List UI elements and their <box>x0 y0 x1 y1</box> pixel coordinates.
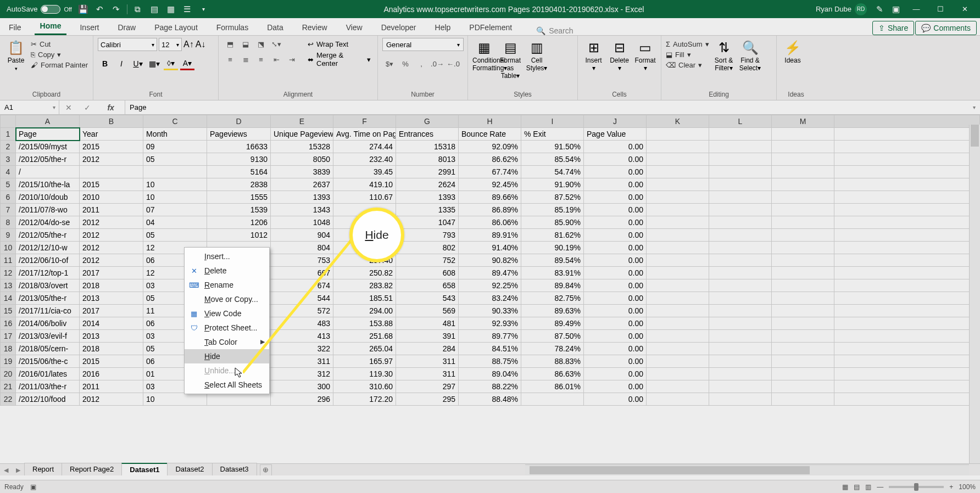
sheet-nav-prev-icon[interactable]: ◀ <box>0 465 12 475</box>
cell[interactable]: 572 <box>271 305 333 317</box>
cancel-formula-icon[interactable]: ✕ <box>65 103 72 112</box>
cell[interactable]: 67.74% <box>459 166 521 178</box>
cell[interactable] <box>709 141 772 153</box>
cell[interactable]: 2016 <box>80 368 143 380</box>
cell[interactable]: 1048 <box>271 216 333 229</box>
cell[interactable]: 0.00 <box>584 380 647 393</box>
cell[interactable]: 9130 <box>207 153 271 166</box>
cell[interactable]: 0.00 <box>584 292 647 305</box>
cell[interactable]: 78.24% <box>521 343 584 355</box>
cell[interactable]: 89.84% <box>521 279 584 292</box>
add-sheet-button[interactable]: ⊕ <box>260 464 272 475</box>
cell[interactable]: 85.90% <box>521 216 584 229</box>
col-header-J[interactable]: J <box>584 115 647 128</box>
cell[interactable] <box>772 254 834 267</box>
conditional-formatting-button[interactable]: ▦Conditional Formatting▾ <box>472 38 495 72</box>
share-button[interactable]: ⇪Share <box>872 21 914 35</box>
cell[interactable]: 185.51 <box>333 292 396 305</box>
redo-icon[interactable]: ↷ <box>108 1 125 18</box>
cell[interactable]: 2012 <box>80 254 143 267</box>
cell[interactable]: % Exit <box>521 128 584 141</box>
cell[interactable]: 85.19% <box>521 204 584 216</box>
number-format-select[interactable]: General▾ <box>382 38 464 51</box>
fill-color-button[interactable]: ◊▾ <box>164 57 178 70</box>
cell[interactable]: /2015/06/the-c <box>16 355 80 368</box>
cell[interactable]: 2637 <box>271 178 333 191</box>
sheet-tab-dataset3[interactable]: Dataset3 <box>212 463 257 475</box>
sheet-tab-report[interactable]: Report <box>24 463 62 475</box>
cell[interactable]: 753 <box>271 254 333 267</box>
cell[interactable]: /2018/05/cern- <box>16 343 80 355</box>
align-middle-icon[interactable]: ⬓ <box>238 38 253 50</box>
col-header-G[interactable]: G <box>396 115 459 128</box>
cell[interactable]: 153.88 <box>333 317 396 330</box>
horizontal-scrollbar[interactable] <box>525 464 969 475</box>
font-color-button[interactable]: A▾ <box>180 57 194 70</box>
zoom-in-icon[interactable]: + <box>949 483 953 491</box>
cell[interactable]: 86.63% <box>521 368 584 380</box>
cell[interactable]: 90.33% <box>459 305 521 317</box>
cell[interactable]: 86.06% <box>459 216 521 229</box>
col-header-E[interactable]: E <box>271 115 333 128</box>
wrap-text-button[interactable]: ↩Wrap Text <box>305 38 373 50</box>
underline-button[interactable]: U▾ <box>131 57 145 70</box>
cell[interactable]: 2018 <box>80 343 143 355</box>
sort-filter-button[interactable]: ⇅Sort & Filter▾ <box>712 38 736 72</box>
paste-button[interactable]: 📋Paste▾ <box>4 38 27 72</box>
qat-icon-3[interactable]: ▦ <box>163 1 179 18</box>
cell[interactable]: 88.22% <box>459 380 521 393</box>
spreadsheet-grid[interactable]: ABCDEFGHIJKLM1PageYearMonthPageviewsUniq… <box>0 115 980 463</box>
cell[interactable]: Month <box>143 128 207 141</box>
clear-button[interactable]: ⌫Clear ▾ <box>666 61 709 69</box>
cell[interactable]: 752 <box>396 254 459 267</box>
select-all[interactable] <box>1 115 16 128</box>
italic-button[interactable]: I <box>114 57 129 70</box>
cell[interactable]: 250.82 <box>333 267 396 279</box>
ribbon-display-icon[interactable]: ▣ <box>888 1 904 18</box>
cell[interactable]: 86.62% <box>459 153 521 166</box>
cell[interactable] <box>772 242 834 254</box>
cell[interactable]: /2012/05/the-r <box>16 153 80 166</box>
qat-icon-4[interactable]: ☰ <box>179 1 196 18</box>
row-header[interactable]: 16 <box>1 317 16 330</box>
currency-icon[interactable]: $▾ <box>382 58 397 70</box>
view-break-icon[interactable]: ▥ <box>865 483 871 491</box>
font-size-select[interactable]: 12▾ <box>159 38 182 51</box>
indent-dec-icon[interactable]: ⇤ <box>269 53 283 65</box>
cell[interactable] <box>772 368 834 380</box>
cell[interactable]: 1012 <box>207 229 271 242</box>
cell[interactable] <box>772 216 834 229</box>
cell[interactable] <box>647 141 709 153</box>
cell[interactable]: 89.66% <box>459 191 521 204</box>
cell[interactable]: 92.45% <box>459 178 521 191</box>
col-header-A[interactable]: A <box>16 115 80 128</box>
cell[interactable] <box>647 128 709 141</box>
cell[interactable]: 0.00 <box>584 267 647 279</box>
formula-bar-expand-icon[interactable]: ▾ <box>968 104 980 110</box>
cell[interactable]: 2013 <box>80 292 143 305</box>
cell[interactable]: 0.00 <box>584 305 647 317</box>
cell[interactable]: 2014 <box>80 317 143 330</box>
name-box[interactable]: A1▾ <box>0 100 59 114</box>
cell[interactable] <box>647 204 709 216</box>
cell[interactable] <box>772 229 834 242</box>
sheet-tab-dataset1[interactable]: Dataset1 <box>121 463 168 475</box>
cell[interactable] <box>772 355 834 368</box>
cell[interactable]: 172.20 <box>333 393 396 406</box>
ctx-insert[interactable]: Insert... <box>185 249 269 264</box>
col-header-C[interactable]: C <box>143 115 207 128</box>
row-header[interactable]: 3 <box>1 153 16 166</box>
cell[interactable]: 84.51% <box>459 343 521 355</box>
cell[interactable] <box>709 292 772 305</box>
tab-pdfelement[interactable]: PDFelement <box>464 20 517 35</box>
cell[interactable]: 608 <box>396 267 459 279</box>
enter-formula-icon[interactable]: ✓ <box>84 103 91 112</box>
cell[interactable]: 16633 <box>207 141 271 153</box>
ideas-button[interactable]: ⚡Ideas <box>781 38 804 64</box>
row-header[interactable]: 10 <box>1 242 16 254</box>
qat-icon-2[interactable]: ▤ <box>146 1 163 18</box>
cell[interactable]: 2838 <box>207 178 271 191</box>
save-icon[interactable]: 💾 <box>75 1 92 18</box>
cell[interactable] <box>709 305 772 317</box>
cell[interactable]: 8013 <box>396 153 459 166</box>
